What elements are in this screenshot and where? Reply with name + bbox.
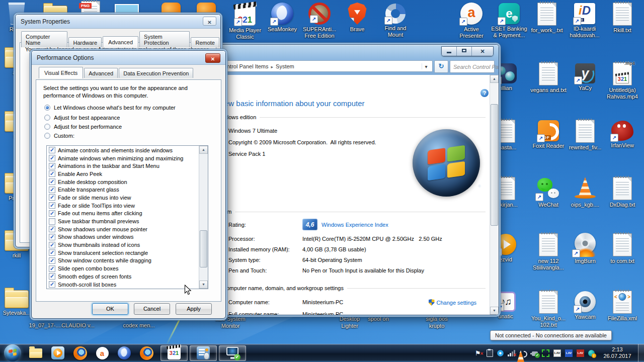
breadcrumb-segment[interactable]: ntrol Panel Items xyxy=(227,63,269,69)
desktop-icon-rkill-txt[interactable]: Rkill.txt xyxy=(604,2,640,34)
checkbox-icon[interactable]: ✓ xyxy=(49,265,55,272)
desktop-icon-imgburn[interactable]: ImgBurn xyxy=(567,232,603,264)
breadcrumb-dropdown-icon[interactable] xyxy=(422,63,430,69)
tab-visual-effects[interactable]: Visual Effects xyxy=(39,67,83,78)
window-scrollbar[interactable] xyxy=(490,75,499,315)
checkbox-icon[interactable]: ✓ xyxy=(49,147,55,153)
desktop-icon-rewrited-fiv-txt[interactable]: rewrited_fiv... xyxy=(567,119,603,151)
eset-tray-icon[interactable] xyxy=(588,350,595,356)
clipboard-icon[interactable] xyxy=(487,349,493,357)
effect-item[interactable]: ✓Show shadows under windows xyxy=(48,233,199,241)
radio-option[interactable]: Adjust for best performance xyxy=(44,124,176,130)
safely-remove-hardware-icon[interactable]: ✓ xyxy=(532,351,538,356)
ok-button[interactable]: OK xyxy=(92,303,128,315)
tab-data-execution-prevention[interactable]: Data Execution Prevention xyxy=(119,68,193,78)
wei-link[interactable]: Windows Experience Index xyxy=(321,222,388,228)
desktop-icon-superantispyware[interactable]: SUPERAnti... Free Edition xyxy=(301,2,338,39)
checkbox-icon[interactable]: ✓ xyxy=(49,178,55,185)
desktop-icon-for-work-txt[interactable]: for_work_.txt xyxy=(529,2,565,34)
lav-splitter-icon[interactable]: LAV xyxy=(553,349,561,357)
desktop-icon-filezilla-xml[interactable]: <>FileZilla.xml xyxy=(604,290,640,322)
list-scrollbar[interactable] xyxy=(199,146,208,289)
checkbox-icon[interactable]: ✓ xyxy=(49,170,55,177)
checkbox-icon[interactable]: ✓ xyxy=(49,226,55,232)
effect-item[interactable]: ✓Show translucent selection rectangle xyxy=(48,249,199,257)
desktop-icon-irfanview[interactable]: IrfanView xyxy=(604,119,640,149)
checkbox-icon[interactable]: ✓ xyxy=(49,234,55,240)
checkbox-icon[interactable]: ✓ xyxy=(49,155,55,161)
tab-advanced[interactable]: Advanced xyxy=(84,68,118,78)
checkbox-icon[interactable]: ✓ xyxy=(49,187,55,193)
dialog-titlebar[interactable]: System Properties xyxy=(16,15,220,29)
effect-item[interactable]: ✓Animations in the taskbar and Start Men… xyxy=(48,162,199,170)
tab-hardware[interactable]: Hardware xyxy=(68,37,102,47)
radio-option[interactable]: Adjust for best appearance xyxy=(44,115,176,121)
effect-item[interactable]: ✓Enable transparent glass xyxy=(48,186,199,194)
effect-item[interactable]: ✓Fade or slide menus into view xyxy=(48,194,199,202)
wei-score-badge[interactable]: 4,6 xyxy=(302,219,317,230)
desktop-icon-oips-kgb[interactable]: oips_kgb.... xyxy=(567,176,603,208)
cancel-button[interactable]: Cancel xyxy=(134,303,170,315)
desktop-icon-folder-sytevaka[interactable]: Sytevaka... xyxy=(2,285,32,316)
desktop-icon-vegans-and-txt[interactable]: vegans and.txt xyxy=(530,61,567,94)
action-center-flag-icon[interactable]: ⚑✕ xyxy=(475,349,482,357)
desktop-icon-brave[interactable]: Brave xyxy=(339,2,375,33)
close-icon[interactable] xyxy=(205,53,220,63)
checkbox-icon[interactable]: ✓ xyxy=(49,281,55,288)
effect-item[interactable]: ✓Show shadows under mouse pointer xyxy=(48,225,199,233)
volume-icon[interactable] xyxy=(520,350,528,356)
maximize-button[interactable] xyxy=(456,47,471,56)
radio-option[interactable]: Let Windows choose what's best for my co… xyxy=(44,105,176,111)
checkbox-icon[interactable]: ✓ xyxy=(49,257,55,264)
yawcam-tray-icon[interactable] xyxy=(497,350,504,356)
desktop-icon-yawcam[interactable]: Yawcam xyxy=(567,290,603,320)
effect-item[interactable]: ✓Smooth-scroll list boxes xyxy=(48,281,199,289)
search-input[interactable] xyxy=(450,64,499,70)
effect-item[interactable]: ✓Show thumbnails instead of icons xyxy=(48,241,199,249)
scrollbar-thumb[interactable] xyxy=(491,104,498,226)
dialog-titlebar[interactable]: Performance Options xyxy=(32,51,225,65)
effect-item[interactable]: ✓Show window contents while dragging xyxy=(48,257,199,265)
apply-button[interactable]: Apply xyxy=(176,303,212,315)
taskbar-pinned-firefox[interactable] xyxy=(69,344,91,362)
breadcrumb-segment-current[interactable]: System xyxy=(276,63,294,69)
scroll-up-icon[interactable] xyxy=(199,146,208,154)
effect-item[interactable]: ✓Fade out menu items after clicking xyxy=(48,210,199,218)
taskbar-pinned-explorer[interactable] xyxy=(25,344,47,362)
network-status-icon[interactable]: ✕ xyxy=(508,350,516,356)
desktop-icon-eset-banking[interactable]: eESET Banking & Payment... xyxy=(491,2,527,39)
tab-remote[interactable]: Remote xyxy=(191,37,219,47)
effect-item[interactable]: ✓Fade or slide ToolTips into view xyxy=(48,202,199,210)
checkbox-icon[interactable]: ✓ xyxy=(49,210,55,217)
taskbar-pinned-wmp[interactable] xyxy=(47,344,69,362)
desktop-icon-yacy[interactable]: yYaCy xyxy=(567,61,603,92)
scrollbar-thumb[interactable] xyxy=(200,230,207,267)
taskbar-open-syscheck[interactable]: ✓ xyxy=(219,345,246,361)
taskbar-pinned-firefox2[interactable] xyxy=(135,344,157,362)
scroll-down-icon[interactable] xyxy=(490,307,499,315)
checkbox-icon[interactable]: ✓ xyxy=(49,242,55,248)
tab-system-protection[interactable]: System Protection xyxy=(139,31,190,47)
tab-computer-name[interactable]: Computer Name xyxy=(21,31,67,47)
desktop-icon-untitled-rahvas-mp4[interactable]: .mp4321Untitled(ja) Rahvas.mp4 xyxy=(604,61,640,100)
desktop-icon-you-kind-txt[interactable]: You_Kind_o... 102.txt xyxy=(530,290,567,328)
effect-item[interactable]: ✓Enable Aero Peek xyxy=(48,170,199,178)
desktop-icon-id-kaardi[interactable]: iDtiliitID-kaardi haldusvah... xyxy=(567,2,603,39)
radio-icon[interactable] xyxy=(44,105,50,111)
checkbox-icon[interactable]: ✓ xyxy=(49,194,55,201)
desktop-icon-new-112-stiilivangla[interactable]: new 112 Stiilivangla... xyxy=(530,232,567,271)
checkbox-icon[interactable]: ✓ xyxy=(49,202,55,209)
desktop-icon-foxit-reader[interactable]: PDFFoxit Reader xyxy=(530,119,567,149)
checkbox-icon[interactable]: ✓ xyxy=(49,249,55,256)
desktop-icon-active-presenter[interactable]: aActive Presenter xyxy=(453,2,490,39)
checkbox-icon[interactable]: ✓ xyxy=(49,163,55,169)
desktop-icon-find-and-mount[interactable]: Find and Mount xyxy=(377,2,414,38)
tray-app-icon[interactable] xyxy=(542,349,549,357)
radio-option[interactable]: Custom: xyxy=(44,133,176,139)
radio-icon[interactable] xyxy=(44,115,50,121)
effect-item[interactable]: ✓Animate controls and elements inside wi… xyxy=(48,146,199,154)
effect-item[interactable]: ✓Smooth edges of screen fonts xyxy=(48,273,199,281)
desktop-icon-seamonkey[interactable]: SeaMonkey xyxy=(264,2,300,33)
taskbar-open-mpc[interactable]: 321 xyxy=(160,345,188,361)
breadcrumb[interactable]: ntrol Panel Items System xyxy=(224,60,433,72)
